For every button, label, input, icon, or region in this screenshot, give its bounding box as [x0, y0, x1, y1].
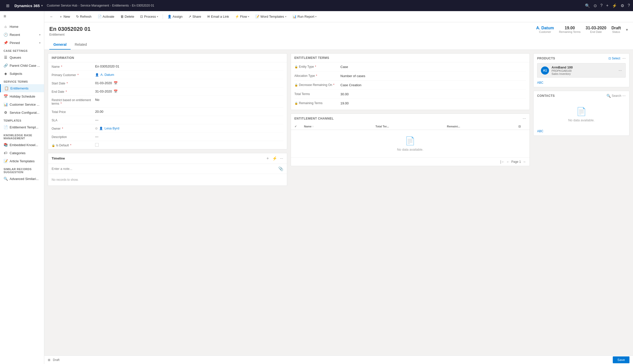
- page-next-btn[interactable]: →: [522, 160, 526, 164]
- contacts-more-icon[interactable]: ···: [622, 94, 626, 98]
- header-field-status: Draft Status: [611, 26, 621, 33]
- header-customer-value[interactable]: A. Datum: [536, 26, 554, 30]
- select-label: Select: [612, 57, 620, 60]
- sidebar-item-article-templates[interactable]: 📝 Article Templates: [0, 157, 44, 165]
- header-expand-icon[interactable]: ▾: [626, 27, 628, 32]
- sidebar-item-embedded-knowledge[interactable]: 📚 Embedded Knowl...: [0, 141, 44, 149]
- assign-label: Assign: [173, 15, 182, 18]
- products-more-icon[interactable]: ···: [622, 56, 626, 61]
- entitlement-template-icon: 📄: [4, 125, 8, 129]
- sidebar-item-home-label: Home: [10, 25, 18, 29]
- new-button[interactable]: ＋ New: [57, 13, 73, 20]
- email-link-button[interactable]: ✉ Email a Link: [205, 13, 231, 20]
- contacts-abc-anchor[interactable]: ABC: [537, 129, 543, 133]
- product-item-1[interactable]: A1 ArmBand 100 PRDPKGAB100 Sales Invento…: [537, 63, 626, 78]
- customer-link[interactable]: A. Datum: [100, 73, 114, 77]
- cmd-separator-1: [163, 14, 163, 19]
- channel-more-icon[interactable]: ···: [523, 116, 526, 121]
- sidebar-item-queues[interactable]: ☰ Queues: [0, 53, 44, 61]
- breadcrumb-service-management[interactable]: Service Management: [80, 4, 109, 7]
- contacts-search-label[interactable]: Search: [612, 94, 621, 98]
- header-field-end-date: 31-03-2020 End Date: [586, 26, 606, 33]
- sidebar-item-categories[interactable]: 🏷 Categories: [0, 149, 44, 157]
- bottom-bar-right: Save: [613, 356, 629, 363]
- start-date-calendar-icon[interactable]: 📅: [114, 81, 118, 85]
- breadcrumb-current: En 03052020 01: [132, 4, 154, 7]
- sidebar-item-subjects[interactable]: ◈ Subjects: [0, 70, 44, 78]
- sidebar-item-entitlement-template[interactable]: 📄 Entitlement Templ...: [0, 123, 44, 131]
- field-start-date-value[interactable]: 01-03-2020 📅: [95, 81, 283, 85]
- question-icon[interactable]: ?: [628, 3, 630, 8]
- et-lock-icon-1: 🔒: [294, 65, 298, 69]
- is-default-checkbox[interactable]: [95, 143, 99, 147]
- refresh-icon: ↻: [76, 15, 79, 18]
- et-allocation-type-value: Number of cases: [341, 74, 526, 78]
- waffle-icon[interactable]: ⊞: [3, 0, 12, 11]
- process-button[interactable]: ⊡ Process ▾: [138, 13, 161, 20]
- field-restrict-label: Restrict based on entitlement terms *: [52, 98, 92, 105]
- header-remaining-value: 19.00: [559, 26, 580, 30]
- attachment-icon[interactable]: 📎: [278, 166, 283, 171]
- share-button[interactable]: ↗ Share: [186, 13, 204, 20]
- hub-name[interactable]: Customer Service Hub: [47, 4, 77, 7]
- settings-icon[interactable]: ⚙: [621, 3, 624, 8]
- sidebar-item-customer-service[interactable]: 📊 Customer Service ...: [0, 100, 44, 108]
- sidebar-item-parent-child-case[interactable]: 🔗 Parent Child Case ...: [0, 61, 44, 70]
- add-icon[interactable]: +: [606, 3, 608, 8]
- sidebar-item-holiday-schedule[interactable]: 📅 Holiday Schedule: [0, 92, 44, 100]
- contacts-search-icon[interactable]: 🔍: [606, 94, 611, 98]
- products-abc-anchor[interactable]: ABC: [537, 81, 543, 84]
- refresh-button[interactable]: ↻ Refresh: [74, 13, 94, 20]
- run-report-button[interactable]: 📊 Run Report ▾: [290, 13, 319, 20]
- timeline-note-field[interactable]: [52, 167, 276, 171]
- timeline-filter-icon[interactable]: ⚡: [272, 156, 277, 161]
- owner-link[interactable]: Lesa Byrd: [104, 126, 119, 130]
- breadcrumb-entitlements[interactable]: Entitlements: [112, 4, 129, 7]
- holiday-icon: 📅: [4, 94, 8, 98]
- timeline-add-icon[interactable]: ＋: [266, 156, 270, 161]
- header-end-date-label: End Date: [586, 30, 606, 33]
- assign-button[interactable]: 👤 Assign: [165, 13, 185, 20]
- header-remaining-label: Remaining Terms: [559, 30, 580, 33]
- sidebar-item-service-config[interactable]: ⚙ Service Configurat...: [0, 108, 44, 117]
- field-is-default-value: [95, 143, 283, 147]
- sidebar-item-home[interactable]: ⌂ Home: [0, 22, 44, 31]
- breadcrumb: Customer Service Hub › Service Managemen…: [47, 4, 154, 7]
- sidebar-item-pinned[interactable]: 📌 Pinned ▾: [0, 39, 44, 47]
- sidebar-toggle[interactable]: ≡: [0, 11, 44, 21]
- activate-button[interactable]: 📄 Activate: [95, 13, 117, 20]
- back-button[interactable]: ←: [47, 13, 56, 20]
- tab-related[interactable]: Related: [71, 40, 91, 50]
- channel-col-name[interactable]: Name ↑: [304, 125, 374, 128]
- tab-general[interactable]: General: [49, 40, 71, 50]
- flow-button[interactable]: ⚡ Flow ▾: [233, 13, 252, 20]
- sidebar-item-entitlements[interactable]: 📋 Entitlements: [0, 84, 44, 92]
- channel-footer: |← ← Page 1 →: [291, 157, 530, 166]
- delete-button[interactable]: 🗑 Delete: [118, 13, 137, 20]
- save-button[interactable]: Save: [613, 356, 629, 363]
- calendar-icon[interactable]: ⊙: [594, 3, 597, 8]
- word-templates-icon: 📝: [255, 15, 259, 18]
- products-select-btn[interactable]: ⊡ Select: [608, 57, 620, 60]
- help-icon[interactable]: ?: [600, 3, 603, 8]
- app-name[interactable]: Dynamics 365: [14, 4, 40, 8]
- timeline-more-icon[interactable]: ···: [280, 156, 283, 161]
- page-prev-btn[interactable]: ←: [506, 160, 510, 164]
- field-end-date-value[interactable]: 31-03-2020 📅: [95, 89, 283, 93]
- sidebar-item-advanced-similarity[interactable]: 🔍 Advanced Similari...: [0, 175, 44, 183]
- parent-child-icon: 🔗: [4, 63, 8, 67]
- word-templates-button[interactable]: 📝 Word Templates ▾: [253, 13, 289, 20]
- field-is-default-label: 🔒 Is Default *: [52, 143, 92, 147]
- end-date-calendar-icon[interactable]: 📅: [114, 89, 118, 93]
- sidebar-item-recent[interactable]: 🕐 Recent ▾: [0, 31, 44, 39]
- app-chevron[interactable]: ▾: [41, 4, 43, 7]
- record-body: INFORMATION Name * En 03052020 01 Primar…: [44, 50, 633, 189]
- filter-icon[interactable]: ⚡: [612, 3, 617, 8]
- sidebar-item-recent-label: Recent: [10, 33, 20, 37]
- timeline-actions: ＋ ⚡ ···: [266, 156, 283, 161]
- search-icon[interactable]: 🔍: [585, 3, 590, 8]
- page-first-btn[interactable]: |←: [500, 160, 505, 164]
- record-header-right: A. Datum Customer 19.00 Remaining Terms …: [536, 26, 628, 33]
- assign-icon: 👤: [167, 15, 172, 18]
- product-item-more-icon[interactable]: ···: [619, 68, 622, 73]
